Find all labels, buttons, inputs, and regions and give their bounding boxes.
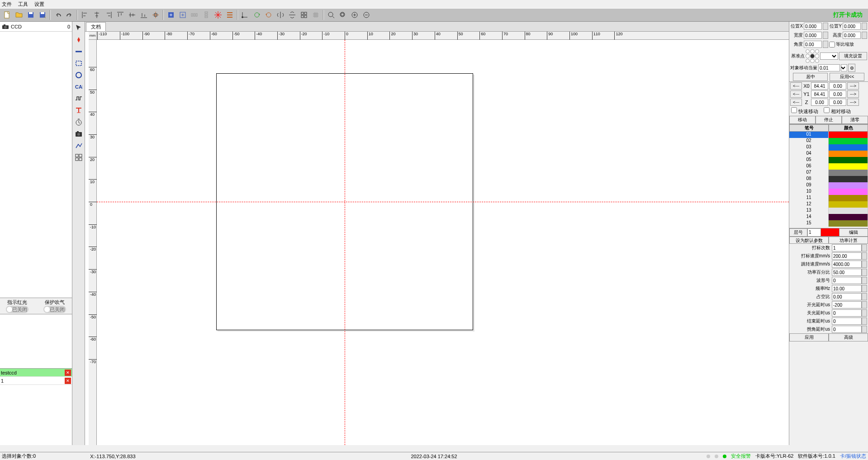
y1-input[interactable] [811,90,828,98]
redo-icon[interactable] [64,9,75,20]
zb-input[interactable] [829,99,846,106]
spin-icon[interactable] [823,32,828,39]
spin-icon[interactable] [823,23,828,30]
pen-row[interactable]: 10 [789,189,868,195]
array-tool-icon[interactable] [73,152,84,163]
spin-icon[interactable] [862,269,867,276]
circle-tool-icon[interactable] [73,70,84,81]
menu-settings[interactable]: 设置 [34,1,44,8]
menu-file[interactable]: 文件 [2,1,12,8]
spin-icon[interactable] [862,277,867,284]
line-tool-icon[interactable] [73,46,84,57]
param-input[interactable] [832,293,862,300]
zero-button[interactable]: 清零 [842,116,868,124]
layer-color-swatch[interactable] [821,228,839,237]
pulse-tool-icon[interactable] [73,93,84,104]
zoom-fit-icon[interactable] [326,9,337,20]
y1b-input[interactable] [829,90,846,98]
layer-num-input[interactable] [807,228,821,237]
zoom-in-icon[interactable] [349,9,360,20]
pen-row[interactable]: 04 [789,151,868,157]
x0-right-button[interactable]: ---> [847,82,859,90]
spin-icon[interactable] [862,326,867,333]
power-calc-button[interactable]: 功率计算 [829,237,868,244]
point-tool-icon[interactable] [73,34,84,45]
canvas[interactable]: mm -110-100-90-80-70-60-50-40-30-20-1001… [85,32,789,445]
pen-row[interactable]: 06 [789,163,868,170]
object-list[interactable]: testccd✕1✕ [0,368,72,445]
x0-input[interactable] [811,82,828,90]
move-button[interactable]: 移动 [789,116,816,124]
mirror-v-icon[interactable] [287,9,298,20]
dist-h-icon[interactable] [189,9,200,20]
doc-tab[interactable]: 文档 [86,22,106,31]
align-top-icon[interactable] [115,9,126,20]
align-center-v-icon[interactable] [127,9,138,20]
rel-move-checkbox[interactable]: 相对移动 [824,107,851,115]
spin-icon[interactable] [862,301,867,308]
align-center-h-icon[interactable] [91,9,102,20]
object-row[interactable]: testccd✕ [0,369,72,377]
toggle-red[interactable]: 已关闭 [6,306,28,313]
anchor-select[interactable] [820,52,838,60]
default-params-button[interactable]: 设为默认参数 [789,237,829,244]
pen-row[interactable]: 11 [789,195,868,201]
spin-icon[interactable] [862,293,867,300]
param-input[interactable] [832,318,862,325]
pen-row[interactable]: 12 [789,201,868,208]
toggle-gas[interactable]: 已关闭 [43,306,66,313]
save-icon[interactable] [25,9,36,20]
param-input[interactable] [832,309,862,317]
stop-button[interactable]: 停止 [816,116,842,124]
undo-icon[interactable] [52,9,63,20]
open-icon[interactable] [14,9,24,20]
cad-tool-icon[interactable]: CAD [73,81,84,92]
save-pos-icon[interactable] [166,9,176,20]
rect-tool-icon[interactable] [73,58,84,69]
spin-icon[interactable] [862,252,867,260]
move-unit-dropdown[interactable] [841,64,847,71]
angle-input[interactable] [804,41,822,48]
center-both-icon[interactable] [150,9,161,20]
y1-left-button[interactable]: <--- [790,90,802,98]
pen-row[interactable]: 01 [789,132,868,138]
x0b-input[interactable] [829,82,846,90]
spin-icon[interactable] [862,23,867,30]
align-bottom-icon[interactable] [138,9,149,20]
close-icon[interactable]: ✕ [65,378,71,384]
pen-row[interactable]: 14 [789,214,868,220]
spin-icon[interactable] [862,318,867,325]
z-right-button[interactable]: ---> [847,99,859,106]
pen-row[interactable]: 09 [789,182,868,189]
spin-icon[interactable] [823,41,828,48]
list-icon[interactable] [224,9,235,20]
param-input[interactable] [832,269,862,276]
aspect-checkbox[interactable] [829,42,835,47]
z-left-button[interactable]: <--- [790,99,802,106]
posx-input[interactable] [804,23,822,30]
save-as-icon[interactable] [37,9,48,20]
pen-row[interactable]: 02 [789,138,868,144]
menu-tools[interactable]: 工具 [18,1,28,8]
apply-pos-button[interactable]: 应用<< [830,73,864,81]
spin-icon[interactable] [862,261,867,268]
origin-icon[interactable] [240,9,251,20]
snap-icon[interactable] [310,9,321,20]
move-unit-input[interactable] [818,64,840,71]
z-input[interactable] [811,99,828,106]
text-tool-icon[interactable] [73,105,84,116]
laser-icon[interactable] [213,9,223,20]
camera-tool-icon[interactable] [73,128,84,139]
pen-row[interactable]: 15 [789,220,868,227]
param-input[interactable] [832,326,862,333]
zoom-sel-icon[interactable] [337,9,348,20]
fast-move-checkbox[interactable]: 快速移动 [791,107,818,115]
pen-row[interactable]: 07 [789,170,868,176]
height-input[interactable] [843,32,861,39]
y1-right-button[interactable]: ---> [847,90,859,98]
align-right-icon[interactable] [103,9,114,20]
zoom-out-icon[interactable] [361,9,372,20]
dist-v-icon[interactable] [201,9,212,20]
anchor-grid[interactable] [806,49,819,63]
spin-icon[interactable] [862,244,867,251]
